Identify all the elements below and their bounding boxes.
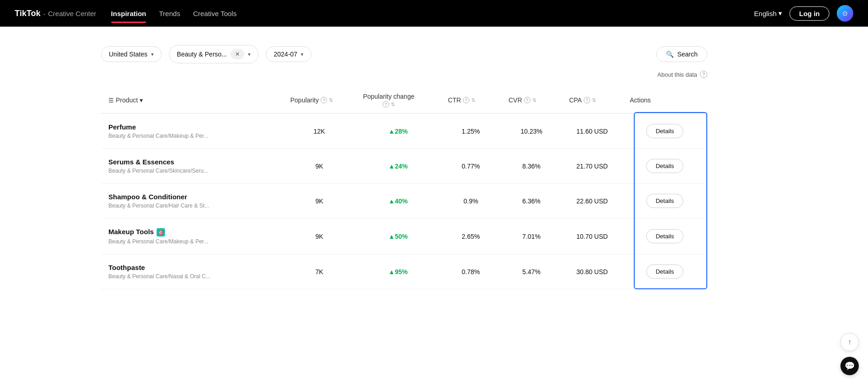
help-icon[interactable]: ? [700, 71, 707, 78]
popularity-col-label: Popularity [290, 96, 319, 104]
product-badge-icon: 🎯 [157, 228, 165, 236]
country-filter[interactable]: United States ▾ [101, 46, 162, 62]
search-button[interactable]: 🔍 Search [656, 46, 707, 62]
pop-change-cell: ▲28% [355, 113, 440, 149]
sort-icon[interactable]: ⇅ [592, 97, 596, 103]
info-icon[interactable]: ? [524, 97, 530, 103]
date-filter[interactable]: 2024-07 ▾ [266, 46, 311, 62]
th-pop-change: Popularity change ? ⇅ [355, 87, 440, 113]
popularity-cell: 9K [283, 184, 355, 219]
arrow-up-icon: ▲ [389, 163, 395, 170]
info-icon[interactable]: ? [584, 97, 590, 103]
table-header: ☰ Product ▾ Popularity ? ⇅ [101, 87, 707, 113]
details-button[interactable]: Details [646, 124, 684, 138]
actions-cell: Details [622, 254, 707, 289]
actions-cell: Details [622, 149, 707, 184]
cpa-cell: 11.60 USD [562, 113, 622, 149]
product-category: Beauty & Personal Care/Nasal & Oral C... [108, 273, 276, 280]
pop-change-cell: ▲95% [355, 254, 440, 289]
nav-creative-tools[interactable]: Creative Tools [193, 8, 237, 19]
cvr-cell: 7.01% [501, 219, 562, 254]
sort-icon[interactable]: ⇅ [532, 97, 536, 103]
product-cell: Serums & Essences Beauty & Personal Care… [101, 149, 283, 184]
logo-cc: Creative Center [48, 10, 96, 17]
ctr-cell: 0.77% [440, 149, 501, 184]
ctr-cell: 0.78% [440, 254, 501, 289]
product-cell: Perfume Beauty & Personal Care/Makeup & … [101, 113, 283, 149]
avatar[interactable]: ⊙ [837, 5, 853, 22]
actions-cell: Details [622, 184, 707, 219]
details-button[interactable]: Details [646, 194, 684, 208]
remove-icon[interactable]: ✕ [235, 51, 240, 57]
sort-icon[interactable]: ⇅ [471, 97, 475, 103]
info-icon[interactable]: ? [321, 97, 327, 103]
popularity-cell: 9K [283, 149, 355, 184]
language-selector[interactable]: English ▾ [754, 9, 782, 17]
cvr-cell: 8.36% [501, 149, 562, 184]
cvr-cell: 6.36% [501, 184, 562, 219]
product-category: Beauty & Personal Care/Makeup & Per... [108, 238, 276, 245]
arrow-up-icon: ▲ [389, 128, 395, 135]
login-button[interactable]: Log in [789, 6, 829, 21]
category-filter[interactable]: Beauty & Perso... ✕ ▾ [169, 45, 259, 63]
cpa-cell: 30.80 USD [562, 254, 622, 289]
main-content: United States ▾ Beauty & Perso... ✕ ▾ 20… [0, 27, 735, 308]
category-tag-label: Beauty & Perso... [177, 51, 227, 58]
cpa-cell: 22.60 USD [562, 184, 622, 219]
pop-change-value: ▲40% [389, 197, 408, 205]
pop-change-value: ▲28% [389, 128, 408, 135]
th-popularity: Popularity ? ⇅ [283, 87, 355, 113]
th-product: ☰ Product ▾ [101, 87, 283, 113]
nav-trends[interactable]: Trends [159, 8, 180, 19]
th-cpa: CPA ? ⇅ [562, 87, 622, 113]
popularity-cell: 12K [283, 113, 355, 149]
actions-cell: Details [622, 219, 707, 254]
sort-icon[interactable]: ⇅ [391, 101, 395, 107]
pop-change-col-label: Popularity change [363, 93, 414, 100]
product-category: Beauty & Personal Care/Hair Care & St... [108, 202, 276, 209]
nav-inspiration[interactable]: Inspiration [111, 8, 147, 19]
chevron-down-icon: ▾ [151, 51, 154, 57]
details-button[interactable]: Details [646, 159, 684, 173]
chevron-down-icon[interactable]: ▾ [140, 96, 143, 104]
details-button[interactable]: Details [646, 264, 684, 279]
popularity-cell: 7K [283, 254, 355, 289]
table-row: Perfume Beauty & Personal Care/Makeup & … [101, 113, 707, 149]
nav-right: English ▾ Log in ⊙ [754, 5, 853, 22]
filters-bar: United States ▾ Beauty & Perso... ✕ ▾ 20… [101, 45, 707, 63]
logo[interactable]: TikTok·Creative Center [15, 9, 96, 18]
arrow-up-icon: ▲ [389, 233, 395, 240]
pop-change-value: ▲95% [389, 268, 408, 276]
pop-change-cell: ▲50% [355, 219, 440, 254]
nav-links: Inspiration Trends Creative Tools [111, 8, 237, 19]
ctr-cell: 0.9% [440, 184, 501, 219]
chevron-down-icon: ▾ [778, 9, 782, 17]
product-category: Beauty & Personal Care/Makeup & Per... [108, 133, 276, 139]
product-name: Shampoo & Conditioner [108, 193, 276, 201]
pop-change-value: ▲50% [389, 233, 408, 240]
about-data-label[interactable]: About this data [657, 71, 697, 78]
product-col-label: Product [116, 96, 138, 104]
navbar: TikTok·Creative Center Inspiration Trend… [0, 0, 868, 27]
ctr-cell: 1.25% [440, 113, 501, 149]
arrow-up-icon: ▲ [389, 197, 395, 205]
category-tag: ✕ [231, 49, 244, 59]
arrow-up-icon: ▲ [389, 268, 395, 276]
cvr-cell: 10.23% [501, 113, 562, 149]
product-name: Perfume [108, 123, 276, 131]
actions-col-label: Actions [630, 96, 651, 104]
sort-icon[interactable]: ⇅ [329, 97, 333, 103]
info-icon[interactable]: ? [463, 97, 469, 103]
th-cvr: CVR ? ⇅ [501, 87, 562, 113]
search-icon: 🔍 [666, 51, 674, 58]
ctr-col-label: CTR [448, 96, 461, 104]
product-category: Beauty & Personal Care/Skincare/Seru... [108, 168, 276, 174]
logo-tiktok: TikTok [15, 9, 40, 18]
product-cell: Shampoo & Conditioner Beauty & Personal … [101, 184, 283, 219]
info-icon[interactable]: ? [383, 101, 389, 107]
details-button[interactable]: Details [646, 229, 684, 243]
table-icon: ☰ [108, 97, 114, 104]
chevron-down-icon: ▾ [248, 51, 251, 57]
pop-change-value: ▲24% [389, 163, 408, 170]
cpa-col-label: CPA [569, 96, 582, 104]
